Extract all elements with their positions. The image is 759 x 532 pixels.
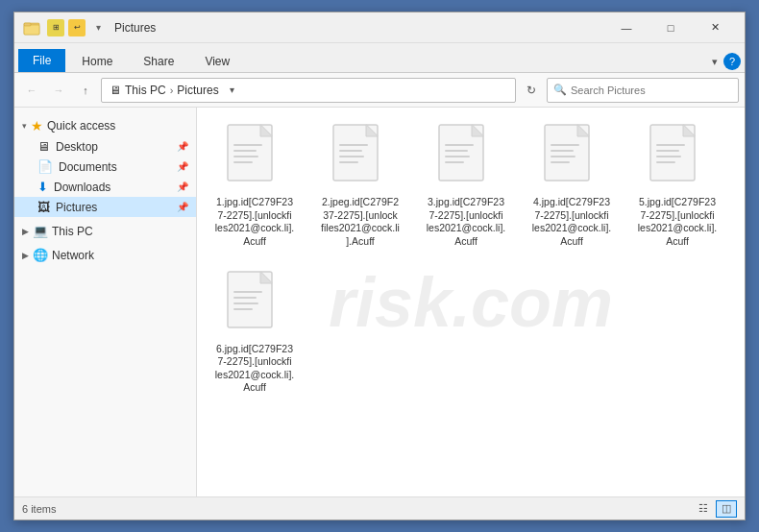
svg-rect-32 (233, 308, 253, 310)
file-item[interactable]: 6.jpg.id[C279F23 7-2275].[unlockfi les20… (207, 264, 303, 401)
documents-pin-icon: 📌 (177, 161, 188, 172)
quick-access-header[interactable]: ▾ ★ Quick access (14, 115, 196, 136)
sidebar-section-quick-access: ▾ ★ Quick access 🖥 Desktop 📌 📄 Documents… (14, 115, 196, 217)
file-name: 5.jpg.id[C279F23 7-2275].[unlockfi les20… (635, 196, 720, 249)
file-icon (541, 123, 602, 192)
path-pictures: Pictures (177, 84, 218, 97)
documents-label: Documents (59, 160, 117, 174)
pictures-pin-icon: 📌 (177, 202, 188, 212)
ribbon-collapse-btn[interactable]: ▾ (712, 56, 718, 68)
search-box[interactable]: 🔍 (547, 78, 739, 103)
svg-rect-19 (551, 144, 579, 146)
svg-rect-21 (551, 156, 575, 157)
file-icon (647, 123, 708, 192)
pin-btn[interactable]: ▾ (89, 19, 107, 36)
path-separator-1: › (170, 85, 174, 96)
file-name: 2.jpeg.id[C279F2 37-2275].[unlock files2… (318, 196, 403, 249)
svg-rect-7 (233, 161, 253, 163)
path-this-pc: This PC (125, 84, 166, 97)
app-icon (22, 18, 41, 37)
svg-rect-9 (339, 144, 368, 146)
desktop-icon: 🖥 (37, 139, 50, 154)
network-header[interactable]: ▶ 🌐 Network (14, 245, 196, 265)
minimize-button[interactable]: — (604, 12, 649, 43)
svg-rect-29 (233, 291, 262, 293)
sidebar-item-documents[interactable]: 📄 Documents 📌 (14, 157, 196, 177)
desktop-pin-icon: 📌 (177, 141, 188, 152)
svg-rect-27 (656, 161, 675, 163)
properties-btn[interactable]: ⊞ (47, 19, 64, 36)
svg-rect-16 (445, 156, 470, 157)
file-item[interactable]: 5.jpg.id[C279F23 7-2275].[unlockfi les20… (629, 117, 725, 254)
file-item[interactable]: 4.jpg.id[C279F23 7-2275].[unlockfi les20… (524, 117, 620, 254)
documents-icon: 📄 (37, 159, 53, 174)
sidebar-item-desktop[interactable]: 🖥 Desktop 📌 (14, 136, 196, 157)
refresh-button[interactable]: ↻ (520, 79, 543, 102)
svg-rect-1 (24, 25, 39, 35)
sidebar-section-this-pc: ▶ 💻 This PC (14, 221, 196, 241)
main-area: ▾ ★ Quick access 🖥 Desktop 📌 📄 Documents… (14, 108, 745, 496)
file-name: 1.jpg.id[C279F23 7-2275].[unlockfi les20… (212, 196, 297, 249)
path-icon: 🖥 (110, 84, 121, 97)
svg-rect-25 (656, 150, 679, 152)
path-dropdown-btn[interactable]: ▾ (223, 79, 242, 102)
svg-rect-30 (233, 297, 257, 299)
file-item[interactable]: 3.jpg.id[C279F23 7-2275].[unlockfi les20… (418, 117, 514, 254)
downloads-pin-icon: 📌 (177, 181, 188, 192)
address-path[interactable]: 🖥 This PC › Pictures ▾ (101, 78, 516, 103)
statusbar: 6 items ☷ ◫ (14, 496, 745, 520)
desktop-label: Desktop (56, 140, 98, 154)
svg-rect-4 (233, 144, 262, 146)
this-pc-header[interactable]: ▶ 💻 This PC (14, 221, 196, 241)
tab-view[interactable]: View (190, 50, 244, 72)
back-button[interactable]: ← (20, 79, 43, 102)
file-content-area: risk.com 1.jpg.id[C279F23 7-2275].[unloc… (197, 108, 745, 496)
file-item[interactable]: 2.jpeg.id[C279F2 37-2275].[unlock files2… (312, 117, 408, 254)
list-view-btn[interactable]: ☷ (693, 500, 714, 518)
svg-rect-17 (445, 161, 464, 163)
svg-rect-15 (445, 150, 468, 152)
sidebar: ▾ ★ Quick access 🖥 Desktop 📌 📄 Documents… (14, 108, 197, 496)
pictures-label: Pictures (56, 201, 97, 214)
close-button[interactable]: ✕ (693, 12, 737, 43)
file-icon (224, 270, 285, 339)
sidebar-item-downloads[interactable]: ⬇ Downloads 📌 (14, 177, 196, 197)
ribbon: File Home Share View ▾ ? (14, 43, 745, 73)
svg-rect-26 (656, 156, 681, 157)
svg-rect-31 (233, 302, 258, 304)
file-name: 6.jpg.id[C279F23 7-2275].[unlockfi les20… (212, 343, 297, 396)
downloads-label: Downloads (54, 181, 110, 194)
svg-rect-14 (445, 144, 474, 146)
search-input[interactable] (571, 85, 732, 96)
window-controls: — □ ✕ (604, 12, 737, 43)
file-icon (224, 123, 285, 192)
tab-file[interactable]: File (18, 49, 65, 72)
file-icon (435, 123, 497, 192)
help-btn[interactable]: ? (723, 53, 741, 70)
quick-access-chevron: ▾ (22, 121, 27, 131)
tab-home[interactable]: Home (67, 50, 127, 72)
sidebar-item-pictures[interactable]: 🖼 Pictures 📌 (14, 197, 196, 217)
undo-btn[interactable]: ↩ (68, 19, 86, 36)
forward-button[interactable]: → (47, 79, 70, 102)
tab-share[interactable]: Share (129, 50, 188, 72)
quick-access-label: Quick access (47, 119, 115, 133)
maximize-button[interactable]: □ (649, 12, 693, 43)
pictures-icon: 🖼 (37, 200, 50, 214)
window-title: Pictures (114, 21, 604, 35)
search-icon: 🔍 (553, 84, 567, 96)
svg-rect-2 (24, 23, 31, 26)
up-button[interactable]: ↑ (74, 79, 97, 102)
file-explorer-window: ⊞ ↩ ▾ Pictures — □ ✕ File Home Share Vie… (13, 12, 746, 520)
this-pc-chevron: ▶ (22, 227, 29, 236)
quick-access-toolbar: ⊞ ↩ ▾ (47, 19, 107, 36)
large-icon-view-btn[interactable]: ◫ (716, 500, 737, 518)
file-item[interactable]: 1.jpg.id[C279F23 7-2275].[unlockfi les20… (207, 117, 303, 254)
svg-rect-20 (551, 150, 574, 152)
svg-rect-5 (233, 150, 257, 152)
network-label: Network (52, 249, 94, 262)
files-grid: 1.jpg.id[C279F23 7-2275].[unlockfi les20… (207, 117, 735, 400)
svg-rect-11 (339, 156, 364, 157)
star-icon: ★ (31, 118, 43, 133)
svg-rect-22 (551, 161, 570, 163)
